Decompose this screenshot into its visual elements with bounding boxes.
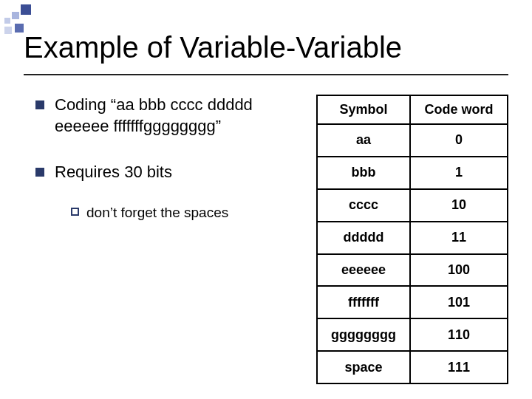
bullet-level2: don’t forget the spaces (71, 204, 303, 222)
table-row: bbb 1 (317, 157, 508, 189)
cell-symbol: fffffff (317, 286, 410, 318)
cell-symbol: aa (317, 124, 410, 157)
bullet-level1: Requires 30 bits (35, 162, 303, 183)
cell-code: 10 (410, 189, 508, 222)
title-wrap: Example of Variable-Variable (24, 31, 508, 64)
table-header-row: Symbol Code word (317, 95, 508, 124)
cell-code: 1 (410, 157, 508, 189)
square-bullet-icon (35, 100, 44, 109)
cell-code: 100 (410, 254, 508, 287)
slide-body: Coding “aa bbb cccc ddddd eeeeee fffffff… (35, 95, 508, 384)
cell-symbol: cccc (317, 189, 410, 222)
slide: { "title": "Example of Variable-Variable… (0, 0, 532, 399)
cell-symbol: bbb (317, 157, 410, 189)
cell-code: 0 (410, 124, 508, 157)
square-bullet-icon (35, 168, 44, 177)
col-header-codeword: Code word (410, 95, 508, 124)
table-row: ddddd 11 (317, 222, 508, 254)
sub-bullet-group: don’t forget the spaces (35, 204, 303, 222)
table-row: cccc 10 (317, 189, 508, 222)
cell-code: 101 (410, 286, 508, 318)
table-row: gggggggg 110 (317, 318, 508, 351)
cell-symbol: gggggggg (317, 318, 410, 351)
cell-code: 111 (410, 351, 508, 383)
cell-code: 11 (410, 222, 508, 254)
table-row: fffffff 101 (317, 286, 508, 318)
bullet-text: Coding “aa bbb cccc ddddd eeeeee fffffff… (55, 95, 303, 137)
page-title: Example of Variable-Variable (24, 31, 508, 64)
bullet-text: Requires 30 bits (55, 162, 303, 183)
col-header-symbol: Symbol (317, 95, 410, 124)
cell-symbol: space (317, 351, 410, 383)
cell-symbol: ddddd (317, 222, 410, 254)
bullet-level1: Coding “aa bbb cccc ddddd eeeeee fffffff… (35, 95, 303, 137)
bullet-text: don’t forget the spaces (86, 204, 228, 222)
table-row: aa 0 (317, 124, 508, 157)
table-row: eeeeee 100 (317, 254, 508, 287)
cell-code: 110 (410, 318, 508, 351)
title-rule (24, 74, 508, 75)
code-table: Symbol Code word aa 0 bbb 1 cccc (316, 95, 508, 384)
table-column: Symbol Code word aa 0 bbb 1 cccc (309, 95, 508, 384)
table-row: space 111 (317, 351, 508, 383)
cell-symbol: eeeeee (317, 254, 410, 287)
open-square-bullet-icon (71, 208, 79, 216)
bullet-column: Coding “aa bbb cccc ddddd eeeeee fffffff… (35, 95, 309, 384)
